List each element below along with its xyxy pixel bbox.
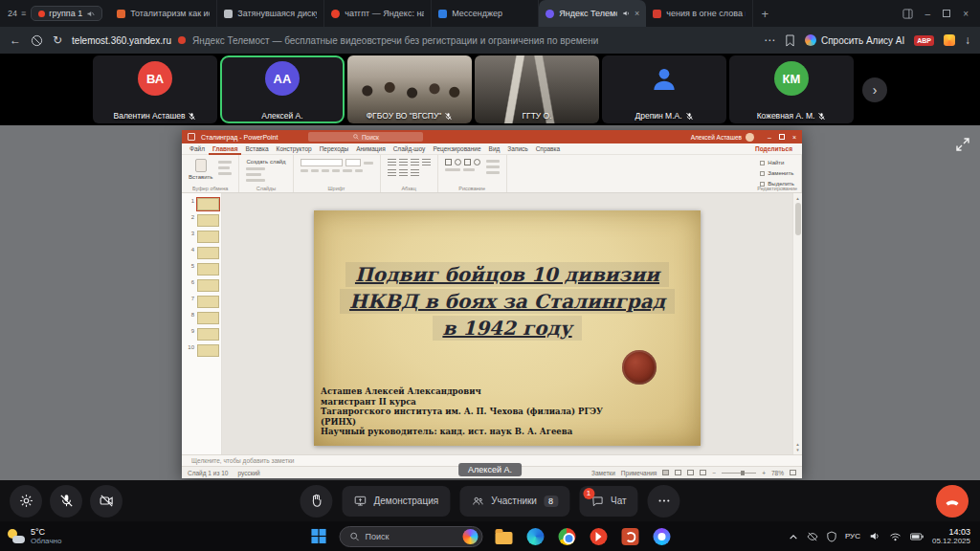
participant-tile-drepin[interactable]: Дрепин М.А. — [602, 55, 726, 123]
expand-share-icon[interactable] — [955, 137, 970, 152]
camera-off-button[interactable] — [90, 485, 122, 518]
ribbon-tab[interactable]: Переходы — [316, 143, 353, 155]
ribbon-tab[interactable]: Слайд-шоу — [390, 143, 430, 155]
slide-thumbnail[interactable]: 8 — [182, 312, 221, 324]
tab-telemost-active[interactable]: Яндекс Телемос × — [539, 0, 646, 27]
slide[interactable]: Подвиг бойцов 10 дивизииНКВД в боях за С… — [314, 210, 701, 446]
shield-icon[interactable] — [827, 531, 836, 542]
ribbon-tab[interactable]: Конструктор — [273, 143, 316, 155]
extension-icon[interactable] — [944, 34, 955, 46]
fit-slide-icon[interactable] — [790, 470, 796, 475]
ask-alice-button[interactable]: Спросить Алису AI — [805, 34, 904, 46]
slide-thumbnail[interactable]: 3 — [182, 231, 221, 243]
normal-view-icon[interactable] — [662, 470, 669, 475]
participant-tile-kozhevnaya[interactable]: КМ Кожевная А. М. — [729, 55, 854, 123]
save-icon[interactable] — [188, 133, 195, 141]
weather-widget[interactable]: 5°C Облачно — [0, 527, 61, 545]
slide-thumbnail-panel[interactable]: 1 2 3 4 5 6 — [182, 193, 222, 454]
next-slide-icon[interactable]: ▾ — [796, 447, 799, 452]
ribbon-group-paragraph[interactable]: Абзац — [381, 155, 438, 192]
maximize-button[interactable] — [943, 10, 950, 17]
ribbon-tab[interactable]: Файл — [186, 143, 209, 155]
chat-button[interactable]: 1 Чат — [579, 486, 638, 517]
zoom-slider[interactable] — [722, 473, 756, 474]
vertical-scrollbar[interactable]: ▴ ▴ ▾ — [792, 193, 802, 454]
find-button[interactable]: Найти — [760, 159, 794, 166]
panels-icon[interactable] — [902, 9, 913, 19]
slide-thumbnail[interactable]: 2 — [182, 214, 221, 227]
network-icon[interactable] — [889, 532, 902, 541]
downloads-icon[interactable]: ↓ — [965, 33, 970, 47]
more-actions-button[interactable] — [648, 485, 680, 518]
ribbon-tab[interactable]: Главная — [209, 143, 241, 155]
zoom-level[interactable]: 78% — [771, 470, 784, 476]
taskbar-search[interactable]: Поиск — [340, 526, 483, 547]
adblock-plus-badge[interactable]: ABP — [914, 35, 934, 46]
file-explorer-icon[interactable] — [494, 526, 515, 547]
raise-hand-button[interactable] — [300, 485, 332, 518]
ribbon-tab[interactable]: Запись — [503, 143, 531, 155]
yandex-browser-icon[interactable] — [589, 526, 610, 547]
language-indicator[interactable]: русский — [237, 470, 259, 476]
participants-scroll-right-button[interactable]: › — [862, 77, 887, 102]
ppt-close-button[interactable]: × — [792, 134, 796, 141]
tab-chatgpt[interactable]: чатгпт — Яндекс: наш — [324, 0, 432, 27]
scrollbar-thumb[interactable] — [795, 203, 801, 235]
share-button[interactable]: Поделиться — [755, 145, 798, 152]
slide-thumbnail[interactable]: 10 — [182, 344, 221, 357]
settings-button[interactable] — [10, 485, 42, 518]
office-search-box[interactable]: Поиск — [308, 132, 423, 142]
search-highlight-icon[interactable] — [463, 529, 479, 544]
participant-tile-valentin[interactable]: ВА Валентин Асташев — [93, 55, 217, 123]
tab-totalitarizm[interactable]: Тоталитаризм как ист — [110, 0, 217, 27]
screen-share-button[interactable]: Демонстрация — [342, 486, 450, 517]
slide-sorter-icon[interactable] — [675, 470, 681, 475]
speaker-icon[interactable] — [869, 531, 880, 541]
tabs-list-icon[interactable]: ≡ — [21, 9, 26, 18]
office-account[interactable]: Алексей Асташев — [691, 133, 754, 142]
tab-counter[interactable]: 24 — [0, 9, 21, 18]
minimize-button[interactable]: – — [925, 9, 931, 19]
ppt-minimize-button[interactable]: – — [768, 134, 771, 141]
tab-diskussiya[interactable]: Затянувшаяся дискус — [217, 0, 324, 27]
notes-toggle[interactable]: Заметки — [591, 470, 615, 476]
slideshow-icon[interactable] — [700, 470, 706, 475]
ribbon-tab[interactable]: Рецензирование — [429, 143, 484, 155]
tab-group-pill[interactable]: группа 1 — [31, 6, 102, 21]
microphone-off-button[interactable] — [50, 485, 82, 518]
clipboard-mini-buttons[interactable] — [218, 159, 232, 175]
hidden-icons-chevron[interactable] — [789, 533, 798, 540]
tab-messenger[interactable]: Мессенджер — [432, 0, 539, 27]
start-button[interactable] — [308, 526, 329, 547]
taskbar-clock[interactable]: 14:03 05.12.2025 — [932, 527, 970, 546]
powerpoint-titlebar[interactable]: Сталинград - PowerPoint Поиск Алексей Ас… — [182, 130, 802, 143]
address-field[interactable]: telemost.360.yandex.ru Яндекс Телемост —… — [72, 35, 754, 46]
slide-thumbnail[interactable]: 6 — [182, 279, 221, 292]
ribbon-tab[interactable]: Вид — [485, 143, 504, 155]
participants-button[interactable]: Участники 8 — [459, 486, 569, 517]
alice-app-icon[interactable] — [652, 526, 673, 547]
slide-thumbnail[interactable]: 9 — [182, 328, 221, 341]
slide-thumbnail[interactable]: 5 — [182, 263, 221, 276]
slide-thumbnail[interactable]: 1 — [182, 198, 221, 210]
ribbon-tab[interactable]: Анимация — [352, 143, 390, 155]
bookmark-icon[interactable] — [785, 34, 795, 47]
scroll-up-icon[interactable]: ▴ — [796, 195, 799, 201]
replace-button[interactable]: Заменить — [760, 169, 794, 177]
participant-tile-ggtu[interactable]: ГГТУ О. — [475, 55, 599, 123]
new-slide-button[interactable]: Создать слайд — [246, 159, 285, 165]
reading-view-icon[interactable] — [687, 470, 694, 475]
ribbon-group-font[interactable]: Шрифт — [294, 155, 381, 192]
battery-icon[interactable] — [910, 533, 924, 540]
refresh-icon[interactable]: ↻ — [53, 33, 62, 47]
zoom-in-icon[interactable]: + — [762, 470, 766, 476]
powerpoint-app-icon[interactable] — [620, 526, 641, 547]
slide-title[interactable]: Подвиг бойцов 10 дивизииНКВД в боях за С… — [314, 262, 701, 342]
tab-audio-icon[interactable] — [622, 10, 630, 17]
slide-thumbnail[interactable]: 4 — [182, 247, 221, 259]
eye-off-icon[interactable] — [807, 532, 818, 541]
slide-thumbnail[interactable]: 7 — [182, 296, 221, 308]
participant-tile-aleksey[interactable]: АА Алексей А. — [220, 55, 345, 123]
participant-tile-vgspu[interactable]: ФГБОУ ВО "ВГСПУ" — [347, 55, 472, 123]
edge-browser-icon[interactable] — [525, 526, 546, 547]
